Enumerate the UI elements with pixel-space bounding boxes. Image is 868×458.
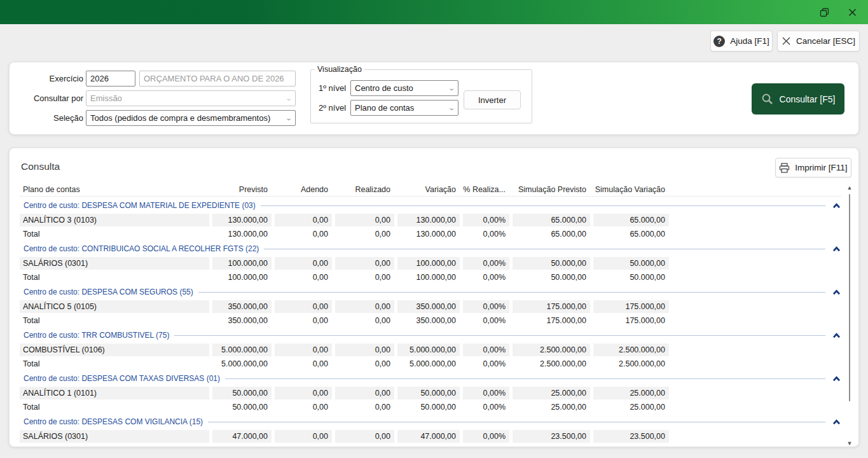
collapse-chevron-icon[interactable] [831,289,841,295]
column-header[interactable]: Realizado [335,185,394,194]
scroll-down-icon[interactable]: ▼ [845,440,854,447]
row-value-cell: 23.500,00 [593,430,669,443]
group-divider-line [174,335,825,336]
nivel2-select[interactable]: Plano de contas ⌄ [350,100,458,116]
row-filler [672,257,841,270]
row-value-cell: 0,00% [463,314,509,327]
row-value-cell: 175.000,00 [513,314,590,327]
collapse-chevron-icon[interactable] [831,246,841,252]
row-filler [672,214,841,226]
row-filler [672,401,841,413]
help-button[interactable]: ? Ajuda [F1] [710,31,773,52]
row-value-cell: 175.000,00 [593,314,669,327]
table-row[interactable]: ANALÍTICO 1 (0101)50.000,000,000,0050.00… [20,386,841,400]
column-header[interactable]: Simulação Variação [593,185,669,194]
row-value-cell: 25.000,00 [593,387,669,399]
consultar-por-value: Emissão [90,94,286,103]
table-row[interactable]: Total5.000.000,000,000,005.000.000,000,0… [20,357,841,371]
table-row[interactable]: Total130.000,000,000,00130.000,000,00%65… [20,227,841,241]
row-filler [672,228,841,240]
row-value-cell: 0,00 [335,430,394,443]
chevron-down-icon: ⌄ [448,104,455,111]
group-header-row[interactable]: Centro de custo: TRR COMBUSTIVEL (75) [20,328,841,343]
table-row[interactable]: Total350.000,000,000,00350.000,000,00%17… [20,314,841,328]
imprimir-button-label: Imprimir [F11] [795,163,847,172]
collapse-chevron-icon[interactable] [831,203,841,209]
collapse-chevron-icon[interactable] [831,333,841,338]
table-row[interactable]: Total100.000,000,000,00100.000,000,00%50… [20,270,841,284]
table-row[interactable]: ANALÍTICO 3 (0103)130.000,000,000,00130.… [20,213,841,227]
consultar-button-label: Consultar [F5] [780,94,836,104]
row-name-cell: Total [20,314,209,327]
group-header-row[interactable]: Centro de custo: DESPESAS COM VIGILANCIA… [20,414,841,429]
row-value-cell: 100.000,00 [212,271,272,284]
row-value-cell: 0,00 [275,300,332,313]
row-name-cell: Total [20,357,209,370]
consulta-table: Plano de contasPrevistoAdendoRealizadoVa… [20,183,841,443]
imprimir-button[interactable]: Imprimir [F11] [775,158,851,177]
cancel-button[interactable]: Cancelar [ESC] [777,31,860,52]
scrollbar-thumb[interactable] [849,194,850,401]
row-value-cell: 0,00% [463,300,509,313]
column-header[interactable]: % Realiza... [463,185,509,194]
help-button-label: Ajuda [F1] [730,36,769,46]
close-window-icon[interactable] [841,3,863,22]
row-filler [672,387,841,399]
collapse-chevron-icon[interactable] [831,419,841,425]
row-value-cell: 50.000,00 [397,387,460,399]
row-value-cell: 0,00 [335,228,394,240]
row-value-cell: 0,00% [463,344,509,356]
row-value-cell: 350.000,00 [397,300,460,313]
row-value-cell: 130.000,00 [397,214,460,226]
table-row[interactable]: SALÁRIOS (0301)47.000,000,000,0047.000,0… [20,429,841,443]
consultar-por-select[interactable]: Emissão ⌄ [86,90,296,106]
row-value-cell: 25.000,00 [513,401,590,413]
column-header[interactable]: Plano de contas [20,185,209,194]
row-filler [672,357,841,370]
nivel1-select[interactable]: Centro de custo ⌄ [350,80,458,96]
group-header-row[interactable]: Centro de custo: CONTRIBUICAO SOCIAL A R… [20,241,841,256]
table-row[interactable]: COMBUSTÍVEL (0106)5.000.000,000,000,005.… [20,343,841,357]
group-divider-line [261,205,825,206]
row-filler [672,430,841,443]
column-header[interactable]: Adendo [275,185,332,194]
column-header[interactable]: Simulação Previsto [513,185,590,194]
table-row[interactable]: SALÁRIOS (0301)100.000,000,000,00100.000… [20,256,841,270]
inverter-button[interactable]: Inverter [464,90,521,109]
table-row[interactable]: ANALÍTICO 5 (0105)350.000,000,000,00350.… [20,300,841,314]
group-header-row[interactable]: Centro de custo: DESPESA COM SEGUROS (55… [20,284,841,300]
row-value-cell: 50.000,00 [513,257,590,270]
row-value-cell: 0,00% [463,214,509,226]
row-name-cell: SALÁRIOS (0301) [20,430,209,443]
exercicio-input[interactable] [86,71,135,87]
column-header[interactable]: Variação [397,185,460,194]
nivel1-value: Centro de custo [355,83,449,93]
row-value-cell: 130.000,00 [397,228,460,240]
row-name-cell: ANALÍTICO 5 (0105) [20,300,209,313]
row-value-cell: 0,00 [335,300,394,313]
consultar-button[interactable]: Consultar [F5] [752,83,844,114]
table-row[interactable]: Total50.000,000,000,0050.000,000,00%25.0… [20,400,841,414]
column-header[interactable]: Previsto [212,185,272,194]
group-header-label: Centro de custo: CONTRIBUICAO SOCIAL A R… [20,244,259,253]
row-value-cell: 100.000,00 [397,257,460,270]
group-header-label: Centro de custo: DESPESAS COM VIGILANCIA… [20,417,203,426]
group-header-row[interactable]: Centro de custo: DESPESA COM MATERIAL DE… [20,198,841,213]
group-header-row[interactable]: Centro de custo: DESPESA COM TAXAS DIVER… [20,371,841,386]
scroll-up-icon[interactable]: ▲ [845,184,854,191]
row-filler [672,271,841,284]
row-value-cell: 100.000,00 [397,271,460,284]
row-value-cell: 0,00 [275,344,332,356]
restore-window-icon[interactable] [813,3,835,22]
row-value-cell: 25.000,00 [593,401,669,413]
selecao-select[interactable]: Todos (pedidos de compra e desmembrament… [86,110,296,126]
printer-icon [779,163,790,173]
row-value-cell: 0,00% [463,430,509,443]
row-value-cell: 0,00 [275,214,332,226]
row-value-cell: 0,00% [463,357,509,370]
exercicio-label: Exercício [13,71,83,87]
inverter-button-label: Inverter [478,95,506,105]
vertical-scrollbar[interactable]: ▲ ▼ [845,184,854,447]
row-value-cell: 0,00% [463,271,509,284]
collapse-chevron-icon[interactable] [831,376,841,382]
